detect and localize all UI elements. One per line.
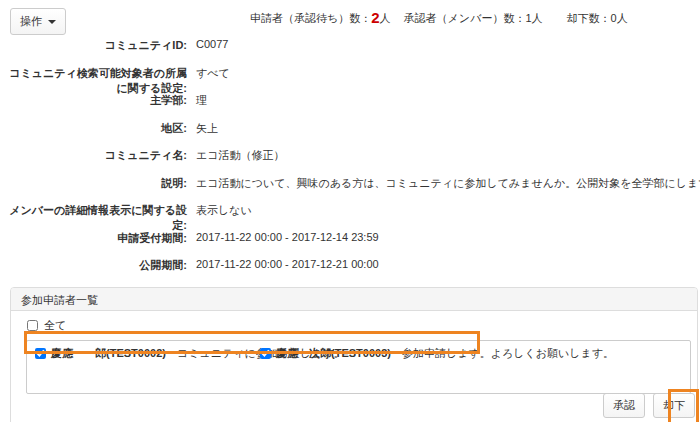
- pending-count-value: 2: [371, 9, 379, 26]
- detail-value: 矢上: [187, 121, 218, 136]
- detail-row-member-info-setting: メンバーの詳細情報表示に関する設定: 表示しない: [0, 203, 700, 231]
- applicant-item: 慶應 次郎(TEST0003) 参加申請します。よろしくお願いします。: [260, 345, 614, 361]
- detail-label: コミュニティ名:: [0, 148, 187, 163]
- rejected-count-text: 却下数：0人: [567, 12, 628, 24]
- detail-row-search-scope: コミュニティ検索可能対象者の所属に関する設定: すべて: [0, 66, 700, 94]
- detail-row-public-period: 公開期間: 2017-11-22 00:00 - 2017-12-21 00:0…: [0, 258, 700, 286]
- detail-row-district: 地区: 矢上: [0, 121, 700, 149]
- reject-button[interactable]: 却下: [653, 393, 695, 418]
- approved-count-text: 承認者（メンバー）数：1人: [404, 12, 543, 24]
- detail-value: 2017-11-22 00:00 - 2017-12-21 00:00: [187, 258, 379, 270]
- detail-label: 申請受付期間:: [0, 231, 187, 246]
- detail-label: 主学部:: [0, 93, 187, 108]
- applicants-panel-title: 参加申請者一覧: [11, 288, 697, 311]
- operations-dropdown-button[interactable]: 操作: [10, 8, 66, 35]
- detail-row-description: 説明: エコ活動について、興味のある方は、コミュニティに参加してみませんか。公開…: [0, 176, 700, 204]
- pending-count-unit: 人: [380, 12, 391, 24]
- detail-row-application-period: 申請受付期間: 2017-11-22 00:00 - 2017-12-14 23…: [0, 231, 700, 259]
- detail-value: 表示しない: [187, 203, 252, 218]
- detail-label: 公開期間:: [0, 258, 187, 273]
- applicant-checkbox[interactable]: [260, 348, 271, 359]
- detail-value: すべて: [187, 66, 230, 81]
- detail-value: エコ活動について、興味のある方は、コミュニティに参加してみませんか。公開対象を全…: [187, 176, 700, 191]
- applicant-checkbox[interactable]: [35, 348, 46, 359]
- panel-action-buttons: 承認 却下: [603, 393, 695, 418]
- caret-down-icon: [48, 20, 56, 24]
- detail-row-community-name: コミュニティ名: エコ活動（修正）: [0, 148, 700, 176]
- detail-label: 説明:: [0, 176, 187, 191]
- detail-value: 理: [187, 93, 207, 108]
- applicant-name: 慶應 一郎(TEST0002): [51, 346, 166, 361]
- pending-count-label: 申請者（承認待ち）数：: [250, 12, 371, 24]
- select-all-label: 全て: [44, 318, 66, 333]
- community-details: コミュニティID: C0077 コミュニティ検索可能対象者の所属に関する設定: …: [0, 38, 700, 286]
- detail-row-community-id: コミュニティID: C0077: [0, 38, 700, 66]
- detail-value: C0077: [187, 38, 228, 50]
- detail-value: 2017-11-22 00:00 - 2017-12-14 23:59: [187, 231, 379, 243]
- select-all-row: 全て: [27, 318, 691, 332]
- detail-label: コミュニティ検索可能対象者の所属に関する設定:: [0, 66, 187, 96]
- detail-label: 地区:: [0, 121, 187, 136]
- applicant-status-summary: 申請者（承認待ち）数：2人承認者（メンバー）数：1人却下数：0人: [250, 9, 628, 26]
- detail-value: エコ活動（修正）: [187, 148, 285, 163]
- applicant-name: 慶應 次郎(TEST0003): [276, 346, 391, 361]
- detail-label: メンバーの詳細情報表示に関する設定:: [0, 203, 187, 233]
- detail-label: コミュニティID:: [0, 38, 187, 53]
- applicants-panel-body: 全て 慶應 一郎(TEST0002) コミュニティに参加希望します。 慶應 次郎…: [11, 311, 697, 394]
- applicants-panel: 参加申請者一覧 全て 慶應 一郎(TEST0002) コミュニティに参加希望しま…: [10, 287, 698, 422]
- applicant-message: 参加申請します。よろしくお願いします。: [402, 346, 614, 361]
- approve-button[interactable]: 承認: [603, 393, 645, 418]
- select-all-checkbox[interactable]: [27, 320, 38, 331]
- detail-row-faculty: 主学部: 理: [0, 93, 700, 121]
- applicant-list: 慶應 一郎(TEST0002) コミュニティに参加希望します。 慶應 次郎(TE…: [26, 340, 691, 394]
- operations-button-label: 操作: [20, 14, 42, 29]
